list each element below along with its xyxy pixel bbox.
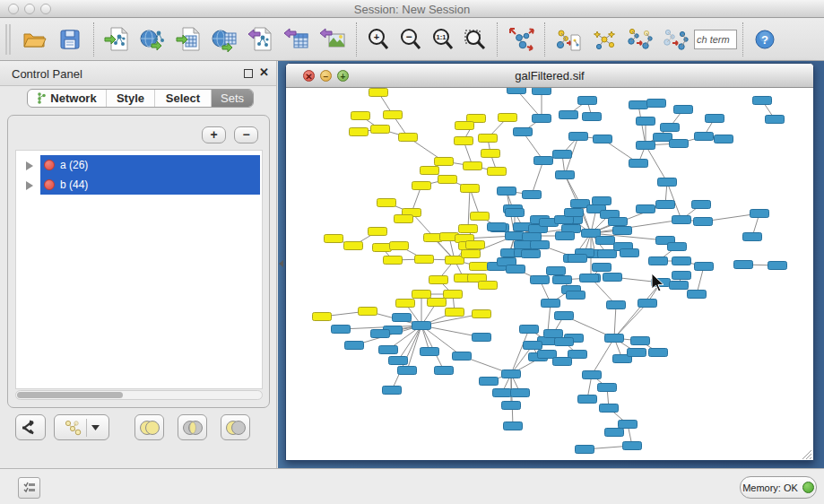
panel-collapse-handle[interactable] [279,260,283,267]
graph-node[interactable] [398,367,417,375]
graph-node[interactable] [706,115,724,123]
graph-node[interactable] [493,389,512,397]
graph-node[interactable] [325,235,343,243]
graph-node[interactable] [768,262,787,270]
graph-node[interactable] [514,128,533,136]
graph-node[interactable] [446,308,464,317]
set-row-a[interactable]: a (26) [16,155,262,175]
graph-node[interactable] [533,115,551,123]
graph-node[interactable] [395,215,413,223]
graph-node[interactable] [695,263,714,271]
graph-node[interactable] [567,291,585,300]
graph-node[interactable] [596,237,615,245]
graph-node[interactable] [511,389,530,397]
import-network-file-button[interactable] [100,21,135,58]
graph-node[interactable] [531,241,550,249]
graph-node[interactable] [692,201,711,209]
graph-node[interactable] [668,243,687,251]
task-history-button[interactable] [18,477,40,499]
remove-set-button[interactable]: − [234,126,258,143]
graph-node[interactable] [461,185,480,193]
network-canvas[interactable] [286,88,813,461]
graph-node[interactable] [504,422,523,430]
graph-node[interactable] [580,274,599,282]
graph-edge[interactable] [592,338,614,375]
graph-node[interactable] [435,158,454,166]
memory-status-button[interactable]: Memory: OK [740,476,817,499]
network-frame-titlebar[interactable]: ✕ − + galFiltered.sif [286,64,813,88]
apply-layout-button[interactable] [503,21,539,58]
graph-node[interactable] [455,122,474,130]
window-titlebar[interactable]: Session: New Session [0,0,824,18]
graph-node[interactable] [594,135,612,143]
network-frame[interactable]: ✕ − + galFiltered.sif [285,63,814,461]
graph-node[interactable] [638,300,657,308]
graph-node[interactable] [502,402,521,410]
graph-node[interactable] [593,197,611,205]
zoom-out-button[interactable]: − [395,21,427,58]
graph-node[interactable] [649,257,668,265]
graph-node[interactable] [649,349,668,357]
expander-icon[interactable] [26,161,33,170]
graph-node[interactable] [556,171,575,179]
graph-node[interactable] [506,232,525,240]
graph-node[interactable] [753,97,772,105]
float-panel-icon[interactable] [244,69,253,78]
search-input[interactable]: ch term [694,30,737,49]
graph-node[interactable] [637,117,655,126]
graph-node[interactable] [766,116,785,124]
create-set-from-network-button[interactable] [54,414,109,440]
graph-node[interactable] [547,267,566,275]
graph-node[interactable] [637,142,655,150]
graph-node[interactable] [459,225,478,233]
graph-node[interactable] [533,88,551,95]
graph-node[interactable] [613,227,632,235]
graph-edge[interactable] [614,282,661,338]
graph-node[interactable] [507,265,525,274]
graph-node[interactable] [658,178,677,187]
graph-node[interactable] [384,256,403,265]
close-panel-icon[interactable]: ✕ [259,65,269,79]
save-session-button[interactable] [52,21,88,58]
graph-edge[interactable] [468,188,470,229]
zoom-actual-size-button[interactable]: 1:1 [427,21,459,58]
graph-node[interactable] [715,135,733,143]
graph-node[interactable] [553,358,572,366]
graph-node[interactable] [421,167,439,175]
canvas-resize-grip[interactable] [802,450,811,459]
graph-node[interactable] [481,150,500,158]
graph-node[interactable] [393,314,412,322]
graph-node[interactable] [605,429,624,437]
diff-networks-button[interactable] [658,21,694,58]
graph-node[interactable] [694,218,713,226]
tab-network[interactable]: Network [28,90,107,107]
graph-node[interactable] [565,209,584,217]
graph-node[interactable] [479,135,498,143]
network-graph[interactable] [286,88,813,461]
graph-edge[interactable] [511,329,529,374]
graph-edge[interactable] [591,220,681,233]
graph-node[interactable] [555,338,574,346]
split-set-button[interactable] [15,414,46,440]
graph-node[interactable] [688,291,707,299]
graph-node[interactable] [672,272,691,280]
import-network-web-button[interactable] [135,21,171,58]
graph-node[interactable] [524,342,542,350]
graph-node[interactable] [444,291,463,299]
graph-node[interactable] [695,133,714,141]
graph-node[interactable] [534,157,553,165]
graph-node[interactable] [435,367,454,375]
graph-node[interactable] [429,276,448,284]
graph-node[interactable] [350,128,369,136]
graph-node[interactable] [502,370,521,378]
graph-node[interactable] [629,101,648,109]
graph-node[interactable] [603,274,622,282]
graph-node[interactable] [359,308,377,316]
graph-node[interactable] [750,210,769,218]
scrollbar-thumb[interactable] [17,392,123,398]
graph-node[interactable] [598,250,617,258]
graph-node[interactable] [371,126,390,134]
graph-node[interactable] [369,89,388,97]
graph-node[interactable] [390,242,409,250]
graph-node[interactable] [479,282,498,290]
